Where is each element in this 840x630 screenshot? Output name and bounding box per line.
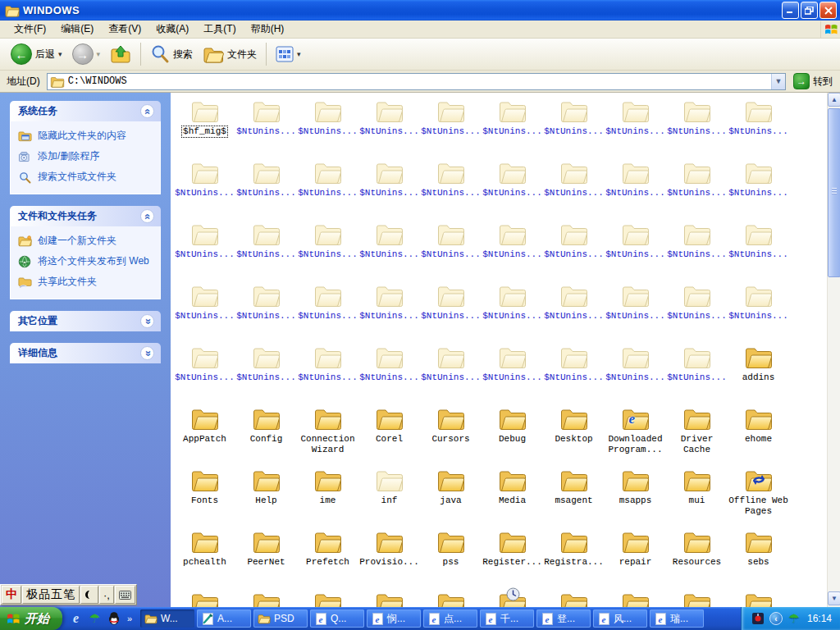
file-item[interactable]: $NtUnins... <box>543 95 605 157</box>
chevron-up-icon[interactable]: « <box>140 104 154 118</box>
file-item[interactable]: $NtUnins... <box>358 157 420 218</box>
taskbar-task-button[interactable]: e风... <box>593 609 647 628</box>
file-item[interactable]: $NtUnins... <box>358 218 420 280</box>
file-item[interactable]: pchealth <box>174 526 235 587</box>
taskbar-task-button[interactable]: A... <box>197 609 251 628</box>
taskbar-task-button[interactable]: W... <box>140 609 194 628</box>
file-item[interactable]: $NtUnins... <box>174 157 235 218</box>
file-item[interactable]: $NtUnins... <box>666 341 728 403</box>
file-item[interactable]: Cursors <box>420 403 482 464</box>
media-tray-icon[interactable] <box>751 612 765 625</box>
file-item-partial[interactable] <box>358 587 420 607</box>
file-item[interactable]: repair <box>605 526 666 587</box>
close-button[interactable] <box>819 2 837 19</box>
vertical-scrollbar[interactable]: ▲ ▼ <box>827 93 840 607</box>
umbrella-icon[interactable]: ☂ <box>88 612 102 626</box>
file-item[interactable]: $NtUnins... <box>235 95 297 157</box>
address-input[interactable] <box>65 75 771 89</box>
file-item[interactable]: Resources <box>666 526 728 587</box>
file-item[interactable]: $NtUnins... <box>297 341 358 403</box>
file-item-partial[interactable] <box>482 587 543 607</box>
file-item[interactable]: $NtUnins... <box>666 280 728 341</box>
file-item[interactable]: Debug <box>482 403 543 464</box>
address-field[interactable]: ▼ <box>47 73 786 90</box>
file-item[interactable]: $NtUnins... <box>358 280 420 341</box>
scrollbar-thumb[interactable] <box>828 108 840 277</box>
file-item[interactable]: addins <box>728 341 789 403</box>
file-item[interactable]: Registra... <box>543 526 605 587</box>
file-item[interactable]: $NtUnins... <box>543 157 605 218</box>
file-item[interactable]: $NtUnins... <box>297 95 358 157</box>
task-link[interactable]: 将这个文件夹发布到 Web <box>17 255 155 268</box>
taskbar-task-button[interactable]: e登... <box>536 609 591 628</box>
file-item[interactable]: $NtUnins... <box>174 341 235 403</box>
views-button[interactable]: ▾ <box>272 41 305 67</box>
file-item[interactable]: $NtUnins... <box>174 218 235 280</box>
file-item[interactable]: PeerNet <box>235 526 297 587</box>
task-panel-header[interactable]: 文件和文件夹任务« <box>10 206 161 226</box>
file-item[interactable]: $NtUnins... <box>235 280 297 341</box>
file-item[interactable]: $NtUnins... <box>728 218 789 280</box>
file-item[interactable]: Media <box>482 464 543 526</box>
address-dropdown-icon[interactable]: ▼ <box>771 74 785 89</box>
chevron-up-icon[interactable]: « <box>140 209 154 223</box>
task-panel-header[interactable]: 详细信息« <box>10 343 161 363</box>
file-item[interactable]: $NtUnins... <box>605 280 666 341</box>
file-item[interactable]: Help <box>235 464 297 526</box>
file-item[interactable]: Offline Web Pages <box>728 464 789 526</box>
title-bar[interactable]: WINDOWS <box>0 0 840 21</box>
menu-help[interactable]: 帮助(H) <box>244 20 292 39</box>
file-item[interactable]: $NtUnins... <box>482 218 543 280</box>
taskbar-task-button[interactable]: eQ... <box>310 609 364 628</box>
file-item[interactable]: mui <box>666 464 728 526</box>
go-button[interactable]: → 转到 <box>790 72 836 90</box>
ie-icon[interactable]: e <box>69 612 83 626</box>
file-item[interactable]: $NtUnins... <box>482 341 543 403</box>
file-item[interactable]: $NtUnins... <box>605 95 666 157</box>
ime-punctuation-button[interactable]: ·, <box>99 586 114 604</box>
file-item[interactable]: Prefetch <box>297 526 358 587</box>
overflow-chevron-icon[interactable]: » <box>126 612 134 626</box>
file-item[interactable]: inf <box>358 464 420 526</box>
file-list-view[interactable]: $hf_mig$$NtUnins...$NtUnins...$NtUnins..… <box>171 93 827 607</box>
file-item[interactable]: $NtUnins... <box>605 341 666 403</box>
search-button[interactable]: 搜索 <box>146 41 197 67</box>
file-item[interactable]: eDownloaded Program... <box>605 403 666 464</box>
file-item[interactable]: $NtUnins... <box>420 157 482 218</box>
file-item[interactable]: Fonts <box>174 464 235 526</box>
hidden-icons-chevron[interactable]: ‹ <box>769 612 783 625</box>
restore-button[interactable] <box>801 2 818 19</box>
task-link[interactable]: 搜索文件或文件夹 <box>17 171 155 184</box>
file-item[interactable]: $NtUnins... <box>297 218 358 280</box>
chevron-down-icon[interactable]: « <box>140 314 154 328</box>
menu-edit[interactable]: 编辑(E) <box>53 20 101 39</box>
file-item[interactable]: $NtUnins... <box>358 341 420 403</box>
taskbar-task-button[interactable]: e悯... <box>367 609 421 628</box>
views-dropdown-icon[interactable]: ▾ <box>297 50 301 58</box>
file-item[interactable]: $NtUnins... <box>297 280 358 341</box>
file-item[interactable]: $NtUnins... <box>605 218 666 280</box>
file-item[interactable]: $NtUnins... <box>174 280 235 341</box>
file-item[interactable]: Config <box>235 403 297 464</box>
file-item-partial[interactable] <box>297 587 358 607</box>
task-link[interactable]: 添加/删除程序 <box>17 150 155 163</box>
task-panel-header[interactable]: 系统任务« <box>10 101 161 121</box>
ime-keyboard-icon[interactable] <box>115 586 135 604</box>
file-item[interactable]: $NtUnins... <box>297 157 358 218</box>
task-link[interactable]: 共享此文件夹 <box>17 276 155 289</box>
file-item[interactable]: $NtUnins... <box>605 157 666 218</box>
ime-fullwidth-icon[interactable] <box>80 586 98 604</box>
qq-icon[interactable] <box>107 612 121 626</box>
file-item[interactable]: $NtUnins... <box>543 280 605 341</box>
file-item[interactable]: $NtUnins... <box>420 95 482 157</box>
taskbar-task-button[interactable]: e瑞... <box>650 609 704 628</box>
task-panel-header[interactable]: 其它位置« <box>10 311 161 331</box>
task-link[interactable]: 隐藏此文件夹的内容 <box>17 130 155 143</box>
task-link[interactable]: 创建一个新文件夹 <box>17 235 155 248</box>
folders-button[interactable]: 文件夹 <box>199 41 261 67</box>
file-item[interactable]: $NtUnins... <box>666 218 728 280</box>
file-item-partial[interactable] <box>728 587 789 607</box>
file-item[interactable]: AppPatch <box>174 403 235 464</box>
file-item-partial[interactable] <box>420 587 482 607</box>
scroll-down-button[interactable]: ▼ <box>828 591 840 605</box>
